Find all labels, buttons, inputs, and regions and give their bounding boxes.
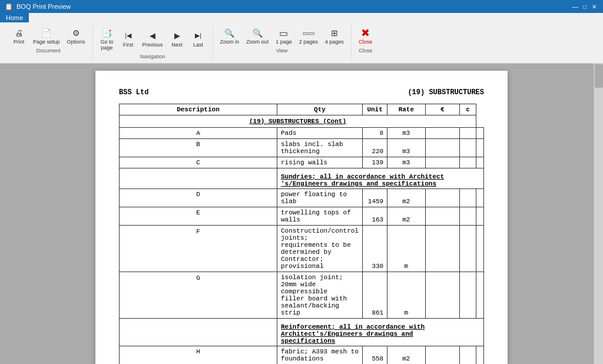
row-desc-h: fabric; A393 mesh to foundations (277, 346, 362, 364)
home-tab[interactable]: Home (0, 13, 29, 22)
go-to-page-button[interactable]: 📑 Go topage (98, 26, 117, 52)
page-container[interactable]: BSS Ltd (19) SUBSTRUCTURES Description Q… (0, 64, 603, 364)
scrollbar-thumb[interactable] (595, 64, 603, 88)
app-icon: 📋 (5, 3, 13, 11)
ribbon-content: 🖨 Print 📄 Page setup ⚙ Options Document … (0, 22, 603, 63)
table-row: F Construction/control joints; requireme… (120, 225, 484, 272)
two-pages-label: 2 pages (299, 39, 318, 45)
ribbon-group-close: ✖ Close Close (352, 25, 380, 61)
page-setup-label: Page setup (33, 39, 60, 45)
options-icon: ⚙ (70, 27, 82, 39)
table-row: B slabs incl. slab thickening 220 m3 (120, 138, 484, 157)
col-header-description: Description (120, 104, 277, 115)
row-c-b (476, 138, 484, 157)
two-pages-button[interactable]: ▭▭ 2 pages (297, 26, 320, 47)
last-button[interactable]: ▶| Last (189, 29, 208, 49)
print-label: Print (14, 39, 25, 45)
view-group-label: View (276, 48, 287, 54)
two-pages-icon: ▭▭ (303, 27, 314, 39)
print-button[interactable]: 🖨 Print (9, 26, 28, 47)
one-page-label: 1 page (276, 39, 292, 45)
row-unit-d: m2 (387, 188, 425, 207)
row-letter-g: G (120, 272, 277, 318)
close-button[interactable]: ✖ Close (356, 26, 375, 47)
next-icon: ▶ (171, 30, 183, 42)
row-c-c (476, 157, 484, 168)
reinforcement-header-cell: Reinforcement; all in accordance with Ar… (277, 318, 483, 346)
reinforcement-header-row: Reinforcement; all in accordance with Ar… (120, 318, 484, 346)
page-setup-button[interactable]: 📄 Page setup (31, 26, 62, 47)
four-pages-button[interactable]: ⊞ 4 pages (323, 26, 346, 47)
table-row: E trowelling tops of walls 163 m2 (120, 207, 484, 225)
sundries-header-row: Sundries; all in accordance with Archite… (120, 168, 484, 188)
zoom-in-label: Zoom in (220, 39, 240, 45)
four-pages-label: 4 pages (325, 39, 344, 45)
row-rate-e (425, 207, 460, 225)
section-title: (19) SUBSTRUCTURES (407, 88, 484, 97)
row-euro-b (460, 138, 476, 157)
ribbon-group-navigation-buttons: 📑 Go topage |◀ First ◀ Previous ▶ Next ▶… (98, 26, 208, 52)
row-letter-d: D (120, 188, 277, 207)
next-button[interactable]: ▶ Next (168, 29, 187, 49)
print-icon: 🖨 (13, 27, 25, 39)
ribbon-group-view: 🔍 Zoom in 🔍 Zoom out ▭ 1 page ▭▭ 2 pages… (213, 25, 352, 61)
close-label: Close (359, 39, 372, 45)
row-unit-e: m2 (387, 207, 425, 225)
table-row: A Pads 8 m3 (120, 127, 484, 138)
close-window-button[interactable]: ✕ (590, 2, 598, 11)
col-header-euro: € (425, 104, 460, 115)
go-to-page-label: Go topage (101, 39, 114, 51)
company-name: BSS Ltd (119, 88, 148, 97)
row-c-e (476, 207, 484, 225)
doc-header: BSS Ltd (19) SUBSTRUCTURES (119, 88, 484, 97)
page-setup-icon: 📄 (41, 27, 52, 39)
one-page-button[interactable]: ▭ 1 page (273, 26, 294, 47)
row-letter-f: F (120, 225, 277, 272)
row-letter-a: A (120, 127, 277, 138)
section-cont-row: (19) SUBSTRUCTURES (Cont) (120, 115, 484, 127)
ribbon-group-document-buttons: 🖨 Print 📄 Page setup ⚙ Options (9, 26, 88, 47)
four-pages-icon: ⊞ (329, 27, 340, 39)
row-euro-e (460, 207, 476, 225)
col-header-unit: Unit (362, 104, 387, 115)
first-button[interactable]: |◀ First (119, 29, 138, 49)
col-header-c: c (460, 104, 476, 115)
table-row: G isolation joint; 20mm wide compressibl… (120, 272, 484, 318)
zoom-out-button[interactable]: 🔍 Zoom out (244, 26, 271, 47)
row-qty-h: 558 (362, 346, 387, 364)
ribbon: Home 🖨 Print 📄 Page setup ⚙ Options Docu… (0, 13, 603, 64)
row-rate-d (425, 188, 460, 207)
row-rate-c (425, 157, 460, 168)
table-row: H fabric; A393 mesh to foundations 558 m… (120, 346, 484, 364)
zoom-in-button[interactable]: 🔍 Zoom in (218, 26, 242, 47)
row-desc-d: power floating to slab (277, 188, 362, 207)
row-qty-d: 1459 (362, 188, 387, 207)
row-rate-g (425, 272, 460, 318)
row-desc-f: Construction/control joints; requirement… (277, 225, 362, 272)
reinforcement-letter (120, 318, 277, 346)
row-c-g (476, 272, 484, 318)
row-unit-b: m3 (387, 138, 425, 157)
row-rate-h (425, 346, 460, 364)
row-euro-f (460, 225, 476, 272)
sundries-letter (120, 168, 277, 188)
next-label: Next (171, 42, 183, 48)
row-euro-g (460, 272, 476, 318)
table-row: C rising walls 139 m3 (120, 157, 484, 168)
options-button[interactable]: ⚙ Options (65, 26, 88, 47)
zoom-out-label: Zoom out (246, 39, 269, 45)
ribbon-group-navigation: 📑 Go topage |◀ First ◀ Previous ▶ Next ▶… (93, 25, 213, 61)
maximize-button[interactable]: □ (581, 2, 589, 11)
previous-button[interactable]: ◀ Previous (140, 29, 165, 49)
row-unit-a: m3 (387, 127, 425, 138)
title-bar-text: BOQ Print Preview (16, 3, 71, 10)
table-row: D power floating to slab 1459 m2 (120, 188, 484, 207)
close-group-label: Close (359, 48, 372, 54)
ribbon-group-view-buttons: 🔍 Zoom in 🔍 Zoom out ▭ 1 page ▭▭ 2 pages… (218, 26, 346, 47)
scrollbar-right[interactable] (594, 64, 603, 364)
row-qty-g: 861 (362, 272, 387, 318)
row-rate-b (425, 138, 460, 157)
row-qty-e: 163 (362, 207, 387, 225)
minimize-button[interactable]: — (571, 2, 579, 11)
main-area: BSS Ltd (19) SUBSTRUCTURES Description Q… (0, 64, 603, 364)
